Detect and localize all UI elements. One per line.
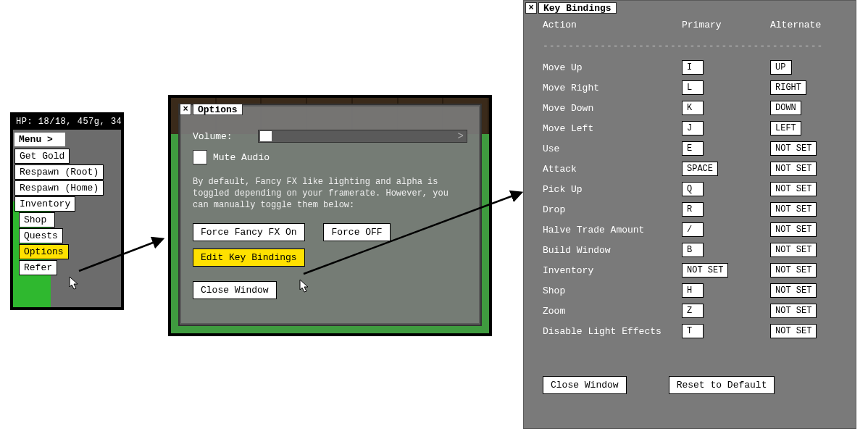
keybinding-alternate[interactable]: NOT SET (770, 324, 817, 338)
mute-label: Mute Audio (213, 152, 270, 163)
keybinding-row: ZoomZNOT SET (543, 304, 843, 318)
keybinding-row: Pick UpQNOT SET (543, 182, 843, 196)
volume-slider[interactable]: > (258, 130, 467, 143)
kb-reset-button[interactable]: Reset to Default (669, 376, 775, 394)
fancy-fx-paragraph: By default, Fancy FX like lighting and a… (193, 176, 467, 212)
col-alternate: Alternate (770, 20, 850, 30)
col-primary: Primary (682, 20, 761, 30)
keybinding-row: DropRNOT SET (543, 202, 843, 217)
keybinding-action: Build Window (543, 245, 673, 256)
keybinding-action: Move Right (543, 83, 673, 93)
keybinding-action: Disable Light Effects (543, 326, 673, 337)
keybinding-action: Inventory (543, 265, 673, 276)
menu-item[interactable]: Respawn (Home) (14, 180, 104, 196)
menu-item[interactable]: Shop (19, 212, 55, 228)
keybinding-alternate[interactable]: NOT SET (770, 263, 817, 277)
keybinding-row: Move RightLRIGHT (543, 80, 843, 95)
keybindings-panel: × Key Bindings Action Primary Alternate … (523, 0, 856, 429)
keybinding-primary[interactable]: H (682, 283, 704, 298)
mute-checkbox[interactable] (193, 150, 207, 164)
options-panel: × Options Volume: > Mute Audio By defaul… (168, 95, 492, 336)
menu-panel: HP: 18/18, 457g, 34 Menu > Get GoldRespa… (10, 112, 124, 310)
keybinding-alternate[interactable]: DOWN (770, 101, 801, 115)
keybinding-action: Halve Trade Amount (543, 225, 673, 235)
keybinding-row: ShopHNOT SET (543, 283, 843, 298)
force-fancy-on-button[interactable]: Force Fancy FX On (193, 223, 305, 241)
keybinding-primary[interactable]: SPACE (682, 162, 718, 176)
options-window: × Options Volume: > Mute Audio By defaul… (178, 104, 482, 326)
keybinding-row: Move UpIUP (543, 60, 843, 75)
keybinding-primary[interactable]: NOT SET (682, 263, 728, 277)
keybinding-action: Move Up (543, 62, 673, 73)
options-title: Options (193, 104, 243, 115)
menu-item[interactable]: Respawn (Root) (14, 164, 104, 180)
header-divider: ----------------------------------------… (543, 41, 850, 51)
hud: HP: 18/18, 457g, 34 (13, 115, 121, 130)
keybinding-row: AttackSPACENOT SET (543, 162, 843, 176)
volume-label: Volume: (193, 131, 258, 142)
keybindings-title: Key Bindings (538, 2, 617, 14)
menu-item[interactable]: Get Gold (14, 149, 70, 164)
keybinding-action: Move Down (543, 103, 673, 114)
keybinding-primary[interactable]: / (682, 222, 704, 237)
keybinding-action: Shop (543, 285, 673, 296)
keybinding-primary[interactable]: E (682, 141, 704, 156)
menu-item[interactable]: Refer (19, 260, 57, 275)
force-off-button[interactable]: Force OFF (323, 223, 390, 241)
keybinding-alternate[interactable]: NOT SET (770, 304, 817, 318)
keybinding-row: Move DownKDOWN (543, 101, 843, 115)
keybinding-row: UseENOT SET (543, 141, 843, 156)
kb-close-button[interactable]: Close Window (543, 376, 627, 394)
keybinding-primary[interactable]: B (682, 243, 704, 257)
keybinding-alternate[interactable]: NOT SET (770, 141, 817, 156)
keybinding-action: Zoom (543, 306, 673, 317)
keybinding-primary[interactable]: Z (682, 304, 704, 318)
close-icon[interactable]: × (525, 2, 537, 14)
keybinding-alternate[interactable]: NOT SET (770, 243, 817, 257)
close-icon[interactable]: × (180, 104, 191, 115)
menu-item[interactable]: Options (19, 244, 69, 259)
keybinding-action: Move Left (543, 123, 673, 134)
keybinding-alternate[interactable]: NOT SET (770, 283, 817, 298)
menu-header[interactable]: Menu > (14, 133, 65, 146)
menu-item[interactable]: Quests (19, 228, 63, 243)
keybinding-row: Disable Light EffectsTNOT SET (543, 324, 843, 338)
menu-item[interactable]: Inventory (14, 196, 75, 212)
keybinding-row: InventoryNOT SETNOT SET (543, 263, 843, 277)
chevron-right-icon: > (458, 130, 464, 142)
keybinding-action: Pick Up (543, 184, 673, 195)
keybinding-alternate[interactable]: LEFT (770, 121, 801, 135)
keybinding-primary[interactable]: K (682, 101, 704, 115)
keybinding-primary[interactable]: L (682, 80, 704, 95)
keybinding-primary[interactable]: I (682, 60, 704, 75)
keybinding-alternate[interactable]: NOT SET (770, 182, 817, 196)
keybinding-alternate[interactable]: NOT SET (770, 162, 817, 176)
keybinding-alternate[interactable]: RIGHT (770, 80, 806, 95)
menu-list: Menu > Get GoldRespawn (Root)Respawn (Ho… (13, 131, 121, 276)
keybinding-primary[interactable]: R (682, 202, 704, 217)
keybinding-action: Drop (543, 204, 673, 215)
keybinding-row: Build WindowBNOT SET (543, 243, 843, 257)
keybinding-alternate[interactable]: UP (770, 60, 792, 75)
col-action: Action (543, 20, 673, 30)
keybinding-primary[interactable]: J (682, 121, 704, 135)
keybinding-row: Halve Trade Amount/NOT SET (543, 222, 843, 237)
keybinding-row: Move LeftJLEFT (543, 121, 843, 135)
keybinding-action: Use (543, 143, 673, 154)
keybinding-alternate[interactable]: NOT SET (770, 222, 817, 237)
keybinding-primary[interactable]: T (682, 324, 704, 338)
volume-slider-thumb[interactable] (260, 131, 272, 141)
keybinding-action: Attack (543, 164, 673, 175)
keybinding-alternate[interactable]: NOT SET (770, 202, 817, 217)
edit-key-bindings-button[interactable]: Edit Key Bindings (193, 249, 305, 267)
keybinding-primary[interactable]: Q (682, 182, 704, 196)
options-close-button[interactable]: Close Window (193, 281, 277, 299)
